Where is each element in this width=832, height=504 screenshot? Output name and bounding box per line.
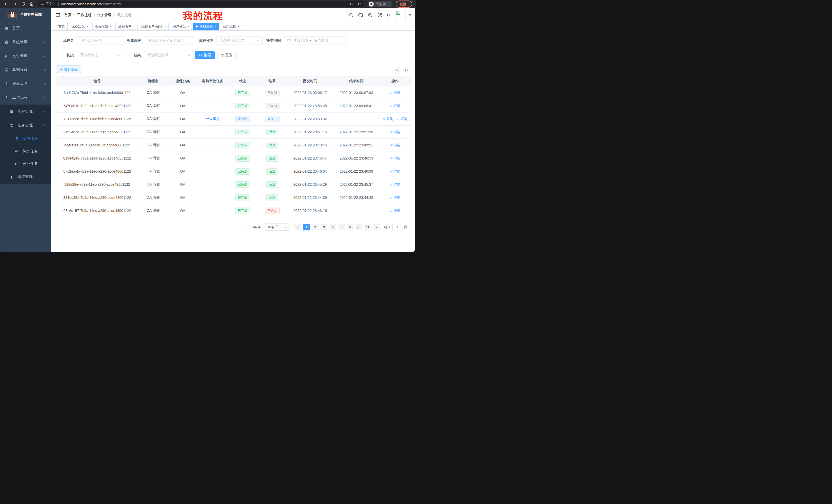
search-icon[interactable] xyxy=(349,13,354,18)
close-icon[interactable] xyxy=(238,25,240,28)
detail-link[interactable]: 详情 xyxy=(390,169,400,174)
next-page-button[interactable] xyxy=(373,224,380,230)
avatar[interactable] xyxy=(395,10,406,20)
detail-link[interactable]: 详情 xyxy=(390,182,400,187)
breadcrumb-workflow[interactable]: 工作流程 xyxy=(77,13,92,18)
result-select[interactable]: 请选择流结果 xyxy=(144,51,193,59)
detail-link[interactable]: 详情 xyxy=(390,90,400,95)
detail-link[interactable]: 详情 xyxy=(390,208,400,213)
cancel-link[interactable]: 取消 xyxy=(383,117,393,121)
sidebar-item-leave-query[interactable]: 请假查询 xyxy=(0,170,51,184)
sidebar-item-label: 工作流程 xyxy=(12,95,28,100)
tab-process-form-edit[interactable]: 流程表单-编辑 xyxy=(139,23,169,30)
detail-link[interactable]: 详情 xyxy=(390,143,400,147)
breadcrumb-task-mgmt[interactable]: 任务管理 xyxy=(97,13,111,18)
sidebar-item-done-tasks[interactable]: 已办任务 xyxy=(0,158,51,170)
sidebar-toggle-icon[interactable] xyxy=(55,12,60,18)
tab-process-model[interactable]: 流程模型 xyxy=(92,23,114,30)
font-size-icon[interactable]: tT xyxy=(387,13,390,17)
start-date-placeholder: 开始日期 xyxy=(293,38,308,43)
refresh-icon xyxy=(220,54,224,57)
sidebar-item-task-mgmt[interactable]: 任务管理 xyxy=(0,118,51,132)
page-size-select[interactable]: 10条/页 xyxy=(265,223,290,231)
briefcase-icon xyxy=(5,96,8,100)
avatar-caret-icon[interactable] xyxy=(409,15,411,16)
refresh-table-button[interactable] xyxy=(404,67,409,73)
page-button-4[interactable]: 4 xyxy=(329,224,336,230)
page-button-11[interactable]: 11 xyxy=(364,224,371,230)
close-icon[interactable] xyxy=(133,25,135,28)
sidebar-item-my-process[interactable]: 我的流程 xyxy=(0,132,51,145)
result-badge: 已取消 xyxy=(265,103,280,109)
url-path[interactable]: /bpm/task/my xyxy=(102,2,121,6)
sidebar-item-payment[interactable]: ¥ 支付管理 xyxy=(0,49,51,63)
goto-page-input[interactable] xyxy=(392,224,402,230)
prev-page-button[interactable] xyxy=(294,224,301,230)
edit-pen-icon xyxy=(390,104,393,107)
date-range-picker[interactable]: 开始日期 - 结束日期 xyxy=(284,36,346,45)
category-label: 流程分类 xyxy=(189,36,213,45)
omnibox-actions xyxy=(349,2,361,6)
password-key-icon[interactable] xyxy=(349,2,353,6)
sidebar-item-system[interactable]: 系统管理 xyxy=(0,35,51,49)
detail-link[interactable]: 详情 xyxy=(390,104,400,108)
sidebar-item-process-mgmt[interactable]: 流程管理 xyxy=(0,105,51,118)
category-select[interactable]: 请选择流程分类 xyxy=(216,36,262,45)
tab-my-process[interactable]: 我的流程 xyxy=(193,23,219,30)
sidebar-item-todo-tasks[interactable]: 待办任务 xyxy=(0,145,51,158)
sidebar-item-home[interactable]: 首页 xyxy=(0,21,51,35)
process-input[interactable] xyxy=(144,38,193,43)
bookmark-star-icon[interactable] xyxy=(357,2,361,6)
page-button-5[interactable]: 5 xyxy=(338,224,345,230)
close-icon[interactable] xyxy=(86,25,88,28)
breadcrumb-home[interactable]: 首页 xyxy=(64,13,72,18)
search-button[interactable]: 搜索 xyxy=(195,51,215,59)
current-task-link[interactable]: 一级审批 xyxy=(205,117,220,121)
detail-link[interactable]: 详情 xyxy=(390,156,400,161)
close-icon[interactable] xyxy=(214,25,216,28)
page-button-6[interactable]: 6 xyxy=(347,224,354,230)
security-label[interactable]: 不安全 xyxy=(46,2,55,6)
url-host[interactable]: dashboard.yudao.iocoder.cn xyxy=(61,2,102,6)
app-logo-row[interactable]: 芋道管理系统 xyxy=(0,8,51,21)
detail-link[interactable]: 详情 xyxy=(390,195,400,200)
address-bar[interactable]: 不安全 dashboard.yudao.iocoder.cn /bpm/task… xyxy=(37,1,365,7)
edit-pen-icon xyxy=(397,117,400,120)
detail-link[interactable]: 详情 xyxy=(390,130,400,134)
update-button[interactable]: 更新 xyxy=(396,1,412,8)
chevron-down-icon xyxy=(43,82,46,85)
help-icon[interactable] xyxy=(368,13,372,18)
chrome-menu-icon[interactable] xyxy=(409,2,409,6)
tab-process-definition[interactable]: 流程定义 xyxy=(69,23,91,30)
detail-link[interactable]: 详情 xyxy=(397,117,407,121)
github-icon[interactable] xyxy=(358,13,363,18)
page-button-2[interactable]: 2 xyxy=(312,224,318,230)
sidebar-item-label: 研发工具 xyxy=(12,81,28,86)
tab-home[interactable]: 首页 xyxy=(56,23,68,30)
reset-button[interactable]: 重置 xyxy=(217,51,235,59)
tab-process-form[interactable]: 流程表单 xyxy=(115,23,137,30)
page-button-1[interactable]: 1 xyxy=(303,224,310,230)
fullscreen-icon[interactable] xyxy=(378,13,382,18)
home-icon[interactable] xyxy=(30,2,34,6)
hide-search-button[interactable] xyxy=(394,67,400,73)
sidebar-item-devtools[interactable]: 研发工具 xyxy=(0,77,51,91)
back-icon[interactable] xyxy=(4,2,8,6)
page-button-3[interactable]: 3 xyxy=(321,224,327,230)
close-icon[interactable] xyxy=(187,25,189,28)
result-badge: 已取消 xyxy=(265,90,280,96)
start-process-button[interactable]: 发起流程 xyxy=(56,65,81,73)
forward-icon[interactable] xyxy=(12,2,17,6)
submit-time: 2022-01-22 23:53:32 xyxy=(293,117,327,121)
table-row: 331bc281-7b9a-11ec-a290-acde48001122 OA … xyxy=(56,191,411,204)
sidebar-item-workflow[interactable]: 工作流程 xyxy=(0,91,51,105)
close-icon[interactable] xyxy=(110,25,112,28)
tab-start-process[interactable]: 发起流程 xyxy=(220,23,242,30)
process-id: 2152467e-7b9b-11ec-9a1b-acde48001122 xyxy=(63,130,131,134)
sidebar-item-infra[interactable]: 基础设施 xyxy=(0,63,51,77)
more-pages-button[interactable]: ··· xyxy=(356,224,362,230)
tab-user-group[interactable]: 用户分组 xyxy=(170,23,192,30)
reload-icon[interactable] xyxy=(21,2,25,6)
close-icon[interactable] xyxy=(164,25,166,28)
process-name: OA 请假 xyxy=(147,104,160,108)
